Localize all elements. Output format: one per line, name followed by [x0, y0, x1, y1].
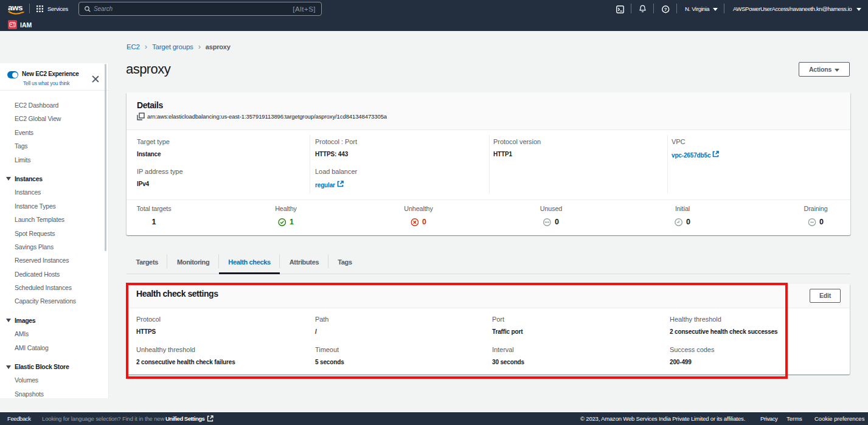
svg-text:aws: aws [8, 3, 23, 12]
svg-text:?: ? [664, 7, 667, 12]
